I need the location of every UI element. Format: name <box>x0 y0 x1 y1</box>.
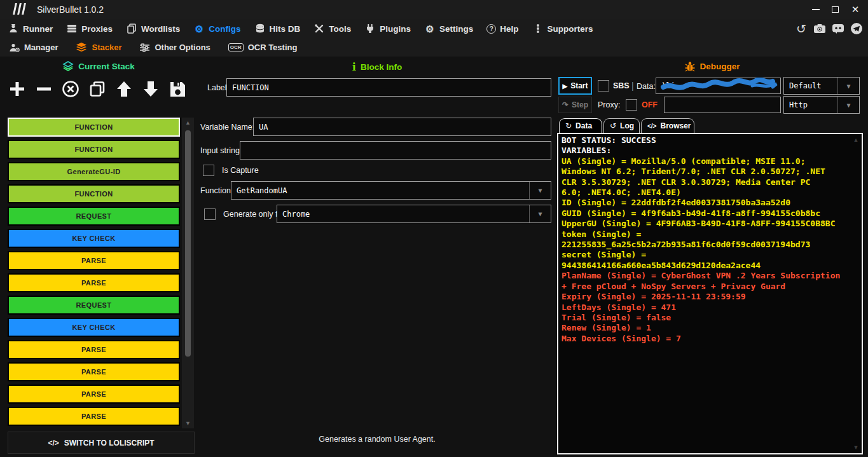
stack-block[interactable]: FUNCTION <box>8 140 180 159</box>
stack-block[interactable]: PARSE <box>8 362 180 381</box>
camera-icon[interactable] <box>812 21 827 36</box>
log-line: UA (Single) = Mozilla/5.0 (compatible; M… <box>561 156 853 167</box>
move-up-button[interactable] <box>113 78 135 100</box>
tab-browser[interactable]: </> Browser <box>641 118 694 133</box>
scroll-down-icon[interactable]: ▼ <box>182 418 194 428</box>
variable-name-caption: Variable Name: <box>200 123 254 132</box>
stack-block[interactable]: KEY CHECK <box>8 318 180 337</box>
log-line: Windows NT 6.2; Trident/7.0; .NET CLR 2.… <box>561 167 853 177</box>
start-button[interactable]: ▶ Start <box>558 77 592 95</box>
stack-block[interactable]: KEY CHECK <box>8 229 180 248</box>
stack-block[interactable]: PARSE <box>8 407 180 426</box>
stack-block[interactable]: GenerateGU-ID <box>8 162 180 181</box>
menu-item-tools[interactable]: Tools <box>313 23 351 34</box>
menu-label: Supporters <box>548 24 593 34</box>
log-line: Renew (Single) = 1 <box>561 323 853 333</box>
stack-block-label: FUNCTION <box>74 190 113 198</box>
menu-item-hits-db[interactable]: Hits DB <box>254 23 301 34</box>
menu-label: Help <box>500 24 518 34</box>
log-line: LeftDays (Single) = 471 <box>561 303 853 313</box>
manager-icon <box>9 43 20 53</box>
remove-block-button[interactable] <box>33 78 55 100</box>
stack-block[interactable]: REQUEST <box>8 296 180 315</box>
close-button[interactable]: ✕ <box>848 3 863 17</box>
menu-item-configs[interactable]: ⚙ Configs <box>193 23 240 34</box>
tab-data[interactable]: ↻ Data <box>559 118 602 133</box>
proxy-input[interactable] <box>664 97 781 113</box>
submenu-item-other-options[interactable]: Other Options <box>139 43 210 53</box>
panel-title-text: Current Stack <box>78 62 135 71</box>
log-line: Trial (Single) = false <box>561 313 853 323</box>
step-button[interactable]: ↷ Step <box>558 97 592 113</box>
stack-block[interactable]: PARSE <box>8 251 180 270</box>
is-capture-checkbox[interactable] <box>203 165 214 176</box>
input-string-caption: Input string: <box>200 146 242 155</box>
discord-icon[interactable] <box>830 21 846 36</box>
generate-only-checkbox[interactable] <box>204 208 216 220</box>
wordlist-type-value: Default <box>789 81 822 90</box>
tab-label: Log <box>620 121 634 130</box>
switch-to-loliscript-button[interactable]: </> SWITCH TO LOLISCRIPT <box>8 432 195 454</box>
menu-item-proxies[interactable]: Proxies <box>66 23 113 34</box>
label-input[interactable] <box>226 78 551 97</box>
menu-label: Proxies <box>81 24 113 34</box>
scroll-down-icon[interactable]: ▼ <box>852 444 860 451</box>
scrollbar-thumb[interactable] <box>185 130 191 357</box>
history-icon[interactable]: ↺ <box>794 21 809 36</box>
submenu-item-ocr-testing[interactable]: OCR OCR Testing <box>228 43 298 52</box>
code-icon: </> <box>647 123 656 130</box>
data-input[interactable] <box>656 78 781 94</box>
telegram-icon[interactable] <box>849 21 864 36</box>
debugger-output[interactable]: BOT STATUS: SUCCESS VARIABLES: UA (Singl… <box>557 133 863 454</box>
stack-block-label: PARSE <box>81 413 106 420</box>
proxy-checkbox[interactable] <box>626 99 637 111</box>
tab-log[interactable]: ↺ Log <box>603 118 640 133</box>
database-icon <box>254 23 266 34</box>
function-dropdown[interactable]: GetRandomUA ▼ <box>231 181 551 200</box>
duplicate-block-button[interactable] <box>86 78 108 100</box>
log-line: Expiry (Single) = 2025-11-11 23:59:59 <box>561 292 853 302</box>
runner-icon <box>8 23 19 34</box>
menu-item-wordlists[interactable]: Wordlists <box>126 23 180 34</box>
bug-icon <box>685 61 695 72</box>
menu-item-settings[interactable]: ⚙ Settings <box>424 23 473 34</box>
block-info-header: i Block Info <box>197 61 557 73</box>
documents-icon <box>126 23 137 34</box>
start-label: Start <box>570 81 588 90</box>
info-icon: i <box>352 61 356 73</box>
stack-block[interactable]: PARSE <box>8 385 180 404</box>
separator: | <box>631 81 634 91</box>
data-caption: Data: <box>637 82 656 91</box>
log-line: Max Devices (Single) = 7 <box>561 334 853 344</box>
clear-stack-button[interactable] <box>60 78 81 100</box>
stack-block[interactable]: PARSE <box>8 340 180 359</box>
browser-dropdown[interactable]: Chrome ▼ <box>277 205 551 223</box>
submenu-item-manager[interactable]: Manager <box>9 43 58 53</box>
menu-item-help[interactable]: ? Help <box>486 24 518 34</box>
add-block-button[interactable] <box>6 78 28 100</box>
wordlist-type-dropdown[interactable]: Default ▼ <box>783 77 860 95</box>
stack-block[interactable]: REQUEST <box>8 207 180 226</box>
stack-block[interactable]: FUNCTION <box>8 118 180 137</box>
move-down-button[interactable] <box>140 78 162 100</box>
history-icon: ↺ <box>610 121 616 130</box>
submenu-item-stacker[interactable]: Stacker <box>76 43 121 53</box>
variable-name-input[interactable] <box>253 118 551 136</box>
stack-block[interactable]: PARSE <box>8 273 180 292</box>
save-stack-button[interactable] <box>167 78 188 100</box>
input-string-input[interactable] <box>240 141 551 160</box>
menu-item-plugins[interactable]: Plugins <box>364 23 411 34</box>
sbs-checkbox[interactable] <box>598 80 609 92</box>
stack-block[interactable]: FUNCTION <box>8 184 180 203</box>
menu-item-runner[interactable]: Runner <box>8 23 53 34</box>
stack-scrollbar[interactable]: ▲ ▼ <box>182 118 194 428</box>
scroll-up-icon[interactable]: ▲ <box>852 137 860 143</box>
proxy-type-dropdown[interactable]: Http ▼ <box>783 96 860 114</box>
minimize-button[interactable] <box>808 3 823 17</box>
menu-item-supporters[interactable]: Supporters <box>532 23 593 34</box>
submenu-label: Other Options <box>155 43 210 52</box>
scroll-up-icon[interactable]: ▲ <box>182 118 194 128</box>
maximize-button[interactable] <box>827 3 843 17</box>
stack-block-label: REQUEST <box>76 212 112 220</box>
stack-block-label: PARSE <box>81 257 106 264</box>
